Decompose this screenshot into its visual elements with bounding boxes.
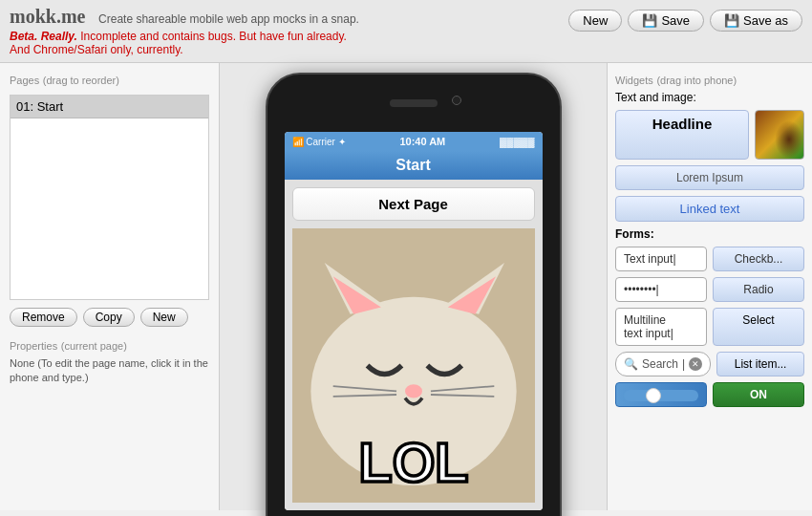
- tagline: Create shareable mobile web app mocks in…: [98, 12, 359, 26]
- beta-warning: Beta. Really. Incomplete and contains bu…: [10, 30, 359, 43]
- pages-subtitle: (drag to reorder): [43, 75, 119, 86]
- widget-headline[interactable]: Headline: [615, 110, 749, 160]
- lol-cat-image: LOL: [292, 228, 535, 503]
- text-image-label: Text and image:: [615, 91, 804, 104]
- search-cursor: [682, 357, 685, 371]
- search-clear-icon[interactable]: ✕: [689, 357, 702, 371]
- next-page-button[interactable]: Next Page: [292, 187, 535, 221]
- chrome-warning: And Chrome/Safari only, currently.: [10, 43, 359, 56]
- logo-row: mokk.me Create shareable mobile web app …: [10, 6, 359, 28]
- svg-point-6: [405, 384, 422, 398]
- widgets-title: Widgets (drag into phone): [615, 73, 804, 87]
- search-row: 🔍 Search ✕ List item...: [615, 352, 804, 376]
- page-buttons: Remove Copy New: [10, 308, 209, 327]
- widget-toggle-on[interactable]: ON: [713, 382, 804, 407]
- widget-text-input[interactable]: Text input: [615, 247, 707, 271]
- status-time: 10:40 AM: [399, 136, 445, 147]
- multiline-row: Multilinetext input Select: [615, 308, 804, 346]
- page-item-label: 01: Start: [16, 99, 63, 114]
- save-as-icon: 💾: [724, 13, 739, 28]
- status-bar: 📶 Carrier ✦ 10:40 AM ▓▓▓▓▓: [285, 132, 543, 151]
- properties-section-title: Properties (current page): [10, 338, 209, 353]
- header: mokk.me Create shareable mobile web app …: [0, 0, 812, 63]
- linked-row: Linked text: [615, 196, 804, 222]
- save-button[interactable]: 💾 Save: [628, 10, 704, 32]
- phone-nav-bar: Start: [285, 151, 543, 180]
- password-row: •••••••• Radio: [615, 277, 804, 302]
- new-button[interactable]: New: [568, 10, 622, 32]
- beta-text: Incomplete and contains bugs. But have f…: [80, 30, 347, 43]
- widget-list-item[interactable]: List item...: [716, 352, 804, 376]
- copy-button[interactable]: Copy: [83, 308, 135, 327]
- pages-label: Pages: [10, 75, 39, 86]
- svg-text:LOL: LOL: [358, 432, 468, 493]
- phone-speaker: [390, 99, 438, 107]
- save-label: Save: [661, 13, 690, 28]
- lorem-row: Lorem Ipsum: [615, 165, 804, 190]
- multiline-label: Multilinetext input: [624, 313, 673, 340]
- properties-text: None (To edit the page name, click it in…: [10, 356, 209, 386]
- widget-slider[interactable]: [615, 382, 707, 407]
- search-icon: 🔍: [624, 357, 638, 371]
- phone-nav-title: Start: [395, 157, 430, 173]
- widget-multiline[interactable]: Multilinetext input: [615, 308, 707, 346]
- logo-text: mokk.me: [10, 6, 85, 27]
- logo: mokk.me: [10, 6, 85, 27]
- phone-camera: [452, 96, 461, 105]
- phone-screen: 📶 Carrier ✦ 10:40 AM ▓▓▓▓▓ Start Next Pa…: [285, 132, 543, 510]
- remove-button[interactable]: Remove: [10, 308, 77, 327]
- header-buttons: New 💾 Save 💾 Save as: [568, 10, 802, 32]
- new-page-button[interactable]: New: [140, 308, 188, 327]
- widget-search[interactable]: 🔍 Search ✕: [615, 352, 711, 376]
- right-panel: Widgets (drag into phone) Text and image…: [607, 63, 812, 510]
- widgets-subtitle: (drag into phone): [656, 75, 737, 86]
- widget-select[interactable]: Select: [713, 308, 804, 346]
- password-cursor: [656, 283, 659, 296]
- status-battery: ▓▓▓▓▓: [500, 137, 534, 147]
- page-item[interactable]: 01: Start: [11, 96, 208, 118]
- headline-row: Headline: [615, 110, 804, 160]
- save-as-button[interactable]: 💾 Save as: [710, 10, 802, 32]
- text-input-label: Text input: [624, 252, 673, 266]
- text-cursor: [673, 252, 675, 266]
- widget-lorem[interactable]: Lorem Ipsum: [615, 165, 804, 190]
- search-label: Search: [642, 357, 678, 371]
- save-as-label: Save as: [743, 13, 788, 28]
- left-panel: Pages (drag to reorder) 01: Start Remove…: [0, 63, 220, 510]
- multiline-cursor: [671, 327, 673, 340]
- phone-image-area: LOL: [292, 228, 535, 503]
- forms-label: Forms:: [615, 227, 804, 241]
- pages-section-title: Pages (drag to reorder): [10, 73, 209, 87]
- cat-svg: LOL: [292, 228, 535, 503]
- header-left: mokk.me Create shareable mobile web app …: [10, 6, 359, 56]
- widget-radio[interactable]: Radio: [713, 277, 804, 302]
- pages-list[interactable]: 01: Start: [10, 95, 209, 300]
- properties-subtitle: (current page): [61, 340, 127, 352]
- widget-password[interactable]: ••••••••: [615, 277, 707, 302]
- status-signal: 📶 Carrier ✦: [292, 137, 346, 147]
- phone-mockup: 📶 Carrier ✦ 10:40 AM ▓▓▓▓▓ Start Next Pa…: [266, 73, 562, 516]
- slider-bar: [624, 390, 698, 401]
- beta-really: Beta. Really.: [10, 30, 77, 43]
- widget-linked-text[interactable]: Linked text: [615, 196, 804, 222]
- widget-image-thumb[interactable]: [755, 110, 804, 160]
- widget-checkbox[interactable]: Checkb...: [713, 247, 804, 271]
- widgets-label: Widgets: [615, 75, 653, 86]
- text-input-row: Text input Checkb...: [615, 247, 804, 271]
- save-icon: 💾: [642, 13, 657, 28]
- properties-label: Properties: [10, 340, 57, 352]
- main-layout: Pages (drag to reorder) 01: Start Remove…: [0, 63, 812, 510]
- phone-content: Next Page: [285, 180, 543, 510]
- password-label: ••••••••: [624, 283, 656, 296]
- center-panel: 📶 Carrier ✦ 10:40 AM ▓▓▓▓▓ Start Next Pa…: [220, 63, 607, 510]
- slider-knob: [646, 388, 661, 403]
- toggle-row: ON: [615, 382, 804, 407]
